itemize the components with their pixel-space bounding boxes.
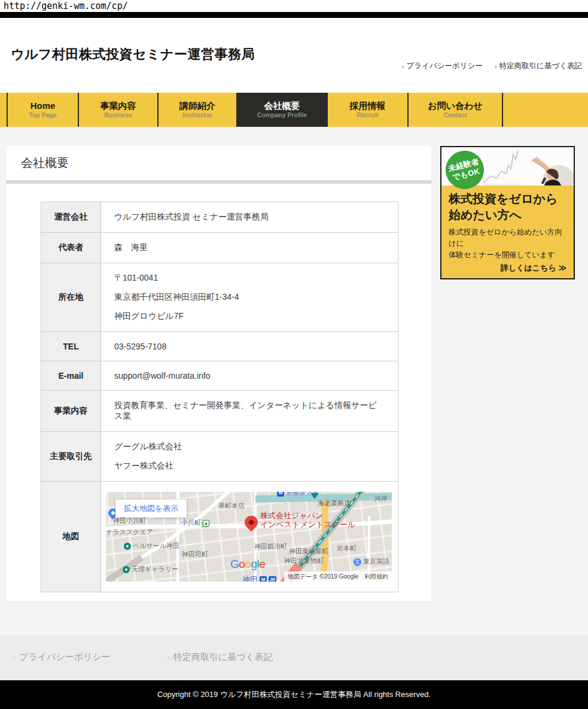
- chevron-right-icon: ›: [495, 63, 497, 70]
- header-link-label: プライバシーポリシー: [407, 61, 483, 71]
- footer: › プライバシーポリシー › 特定商取引に基づく表記: [0, 634, 588, 680]
- page-title-card: 会社概要: [6, 146, 431, 180]
- nav-tab-recruit[interactable]: 採用情報 Recruit: [328, 93, 409, 127]
- nav-tab-home[interactable]: Home Top Page: [8, 93, 79, 127]
- map-label-shin-ochanomizu: M 新御茶ノ水: [277, 492, 319, 497]
- map-label-kanda-kitanorimonocho: 神田北乗物町: [284, 557, 324, 565]
- row-value: 拡大地図を表示 M 新御茶ノ水 果町本店 神田小川町 小: [101, 482, 398, 592]
- row-value: グーグル株式会社 ヤフー株式会社: [101, 432, 398, 482]
- header-link-privacy-policy[interactable]: › プライバシーポリシー: [402, 61, 483, 71]
- banner-description: 株式投資をゼロから始めたい方向けに 体験セミナーを開催しています: [449, 227, 566, 260]
- copyright-bar: Copyright © 2019 ウルフ村田株式投資セミナー運営事務局 All …: [0, 680, 588, 709]
- map-terms-link[interactable]: 利用規約: [364, 573, 388, 581]
- row-value-line: support@wolf-murata.info: [114, 371, 385, 381]
- row-label: TEL: [41, 332, 101, 361]
- header-link-tokushoho[interactable]: › 特定商取引に基づく表記: [495, 61, 582, 71]
- row-value: 〒101-0041 東京都千代田区神田須田町1-34-4 神田グロウビル7F: [101, 263, 398, 332]
- google-map-embed[interactable]: 拡大地図を表示 M 新御茶ノ水 果町本店 神田小川町 小: [106, 492, 392, 582]
- row-value-line: 03-5295-7108: [114, 342, 385, 351]
- page: http://genki-wm.com/cp/ ウルフ村田株式投資セミナー運営事…: [0, 0, 588, 709]
- nav-tab-sublabel: Business: [104, 111, 132, 120]
- row-value: 投資教育事業、セミナー開発事業、インターネットによる情報サービス業: [101, 391, 398, 432]
- map-label-ogawamachi[interactable]: 小川町 ▲: [181, 519, 209, 527]
- row-label: 所在地: [41, 263, 101, 332]
- tree-icon: ▲: [203, 520, 209, 527]
- map-label-tokyo-eigo: 文 東京英語: [354, 558, 389, 566]
- content-column: 会社概要 運営会社 ウルフ村田株式投資 セミナー運営事務局 代表者 森 海里 所…: [6, 146, 431, 601]
- site-title[interactable]: ウルフ村田株式投資セミナー運営事務局: [11, 45, 255, 63]
- map-label-kanda-station[interactable]: 神田 M JR: [242, 574, 276, 582]
- row-value-line: 神田グロウビル7F: [114, 311, 385, 322]
- nav-tab-contact[interactable]: お問い合わせ Contact: [409, 93, 503, 127]
- footer-link-label: プライバシーポリシー: [19, 652, 111, 663]
- row-value-line: 森 海里: [114, 242, 385, 253]
- nav-tab-instructor[interactable]: 講師紹介 Instructor: [159, 93, 237, 127]
- table-row-email: E-mail support@wolf-murata.info: [41, 361, 398, 391]
- footer-link-tokushoho[interactable]: › 特定商取引に基づく表記: [167, 652, 273, 663]
- row-value-line: 東京都千代田区神田須田町1-34-4: [114, 292, 385, 303]
- seminar-banner[interactable]: 未経験者 でもOK 株式投資をゼロから 始めたい方へ 株式投資をゼロから始めたい…: [440, 146, 575, 279]
- map-label-kanda-tsukasamachi: 神田司町: [182, 550, 208, 558]
- nav-tab-label: Home: [31, 101, 56, 111]
- table-row-operating-company: 運営会社 ウルフ村田株式投資 セミナー運営事務局: [41, 202, 398, 233]
- main-navigation: Home Top Page 事業内容 Business 講師紹介 Instruc…: [0, 93, 588, 127]
- row-value: 森 海里: [101, 233, 398, 263]
- table-row-tel: TEL 03-5295-7108: [41, 332, 398, 361]
- footer-link-privacy-policy[interactable]: › プライバシーポリシー: [13, 652, 111, 663]
- table-row-business-description: 事業内容 投資教育事業、セミナー開発事業、インターネットによる情報サービス業: [41, 391, 398, 432]
- url-bar[interactable]: http://genki-wm.com/cp/: [0, 0, 588, 12]
- row-label: E-mail: [41, 361, 101, 391]
- banner-cta-link[interactable]: 詳しくはこちら ≫: [449, 263, 566, 273]
- nav-tab-sublabel: Company Profile: [257, 111, 307, 120]
- top-divider-bar: [0, 12, 588, 18]
- row-value-line: ヤフー株式会社: [114, 461, 385, 471]
- row-value-line: ウルフ村田株式投資 セミナー運営事務局: [114, 212, 385, 223]
- chevron-right-icon: ›: [13, 653, 16, 662]
- nav-tab-label: 事業内容: [100, 101, 136, 111]
- map-label-iwamotocho: 岩本町: [337, 544, 357, 552]
- nav-tab-business[interactable]: 事業内容 Business: [79, 93, 159, 127]
- nav-tab-company-profile[interactable]: 会社概要 Company Profile: [237, 93, 328, 127]
- metro-icon: M: [277, 492, 284, 497]
- row-value-line: 〒101-0041: [114, 273, 385, 284]
- chevron-right-icon: ›: [402, 63, 404, 70]
- map-label-tenri-gallery: 天理ギャラリー: [123, 565, 178, 573]
- nav-tab-sublabel: Top Page: [29, 111, 56, 120]
- jr-icon: JR: [269, 576, 276, 582]
- map-label-kanda-higashikonyacho: 神田東紺屋町: [289, 547, 328, 555]
- map-data-credit: 地図データ ©2019 Google: [288, 573, 358, 581]
- map-label-shop-honten: 果町本店: [218, 502, 245, 510]
- map-label-kashi: 河岸: [374, 495, 388, 503]
- place-icon: [123, 566, 130, 573]
- map-attribution: 地図データ ©2019 Google 利用規約: [284, 571, 392, 582]
- table-row-map: 地図: [41, 482, 398, 592]
- nav-tab-sublabel: Instructor: [182, 111, 212, 120]
- nav-tab-sublabel: Recruit: [357, 111, 378, 120]
- banner-heading: 株式投資をゼロから 始めたい方へ: [449, 191, 566, 223]
- main-content: 会社概要 運営会社 ウルフ村田株式投資 セミナー運営事務局 代表者 森 海里 所…: [0, 127, 588, 634]
- map-label-bellesalle-kanda: ベルサール神田: [124, 542, 179, 550]
- row-value-line: グーグル株式会社: [114, 442, 385, 452]
- row-value: 03-5295-7108: [101, 332, 398, 361]
- nav-tab-label: 採用情報: [350, 101, 386, 111]
- nav-spacer: [503, 93, 588, 127]
- map-expand-button[interactable]: 拡大地図を表示: [115, 500, 187, 518]
- company-info-table: 運営会社 ウルフ村田株式投資 セミナー運営事務局 代表者 森 海里 所在地 〒1…: [41, 202, 398, 592]
- row-value-line: 投資教育事業、セミナー開発事業、インターネットによる情報サービス業: [114, 400, 385, 422]
- table-row-address: 所在地 〒101-0041 東京都千代田区神田須田町1-34-4 神田グロウビル…: [41, 263, 398, 332]
- row-value: support@wolf-murata.info: [101, 361, 398, 391]
- google-logo[interactable]: Google: [230, 558, 265, 571]
- banner-photo: 未経験者 でもOK: [441, 147, 574, 185]
- sidebar: 未経験者 でもOK 株式投資をゼロから 始めたい方へ 株式投資をゼロから始めたい…: [440, 146, 575, 279]
- map-label-ebihara-shoten: 海老原商店: [318, 500, 351, 507]
- metro-icon: M: [260, 576, 267, 582]
- table-row-main-clients: 主要取引先 グーグル株式会社 ヤフー株式会社: [41, 432, 398, 482]
- row-label: 代表者: [41, 233, 101, 263]
- table-row-representative: 代表者 森 海里: [41, 233, 398, 263]
- row-label: 運営会社: [41, 202, 101, 233]
- nav-tab-label: 会社概要: [264, 101, 300, 111]
- banner-text-area: 株式投資をゼロから 始めたい方へ 株式投資をゼロから始めたい方向けに 体験セミナ…: [441, 185, 574, 278]
- header-link-label: 特定商取引に基づく表記: [499, 61, 582, 71]
- map-marker-label[interactable]: 株式会社ジャパン インベストメントスクール: [260, 512, 355, 530]
- chevron-right-icon: ›: [167, 653, 170, 662]
